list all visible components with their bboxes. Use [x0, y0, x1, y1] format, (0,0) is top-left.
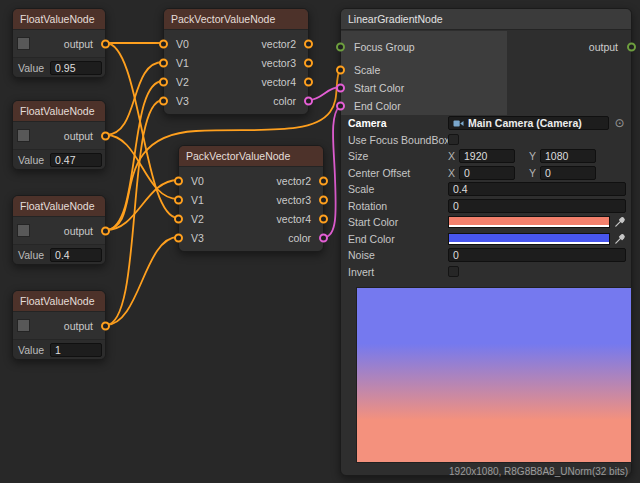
output-port-row: output: [541, 39, 631, 55]
preview-thumb: [17, 129, 30, 142]
start-color-port-label: Start Color: [354, 82, 404, 94]
output-port[interactable]: [627, 43, 636, 52]
invert-checkbox[interactable]: [448, 266, 459, 277]
start-color-input-port[interactable]: [336, 84, 345, 93]
node-header[interactable]: FloatValueNode: [13, 101, 105, 122]
input-port-v1[interactable]: [159, 58, 168, 67]
value-label: Value: [18, 154, 44, 166]
use-focus-label: Use Focus BoundBox: [348, 134, 448, 146]
input-port-label: V2: [176, 76, 189, 88]
input-port-label: V0: [176, 38, 189, 50]
input-port-v0[interactable]: [159, 39, 168, 48]
start-color-row: Start Color: [341, 214, 631, 231]
invert-label: Invert: [348, 266, 448, 278]
node-title: FloatValueNode: [20, 200, 95, 212]
node-header[interactable]: FloatValueNode: [13, 9, 105, 30]
output-port[interactable]: [101, 321, 110, 330]
input-port-label: V1: [191, 194, 204, 206]
size-y-field[interactable]: 1080: [540, 149, 596, 163]
pack-vector-value-node-1[interactable]: PackVectorValueNode V0 vector2 V1 vector…: [163, 8, 309, 115]
output-port-vector4[interactable]: [304, 77, 313, 86]
output-port[interactable]: [101, 131, 110, 140]
end-color-swatch[interactable]: [448, 233, 610, 245]
size-row: Size X 1920 Y 1080: [341, 148, 631, 165]
node-header[interactable]: PackVectorValueNode: [164, 9, 308, 30]
center-y-field[interactable]: 0: [540, 166, 596, 180]
scale-field[interactable]: 0.4: [448, 182, 626, 196]
value-field[interactable]: 0.47: [50, 153, 102, 167]
wire-float4-to-pack2-v3[interactable]: [106, 237, 178, 325]
start-color-label: Start Color: [348, 216, 448, 228]
output-port-color[interactable]: [304, 96, 313, 105]
focus-group-port[interactable]: [336, 43, 345, 52]
camera-object-field[interactable]: Main Camera (Camera): [448, 116, 609, 130]
pack-vector-value-node-2[interactable]: PackVectorValueNode V0 vector2 V1 vector…: [178, 145, 324, 252]
value-label: Value: [18, 344, 44, 356]
node-header[interactable]: FloatValueNode: [13, 196, 105, 217]
output-port-label: output: [589, 41, 618, 53]
alpha-bar: [449, 242, 609, 244]
start-color-swatch[interactable]: [448, 216, 610, 228]
input-port-label: V2: [191, 213, 204, 225]
output-port-color[interactable]: [319, 233, 328, 242]
value-field[interactable]: 1: [50, 343, 102, 357]
input-port-v1[interactable]: [174, 195, 183, 204]
node-header[interactable]: FloatValueNode: [13, 291, 105, 312]
wire-float3-to-pack1-v2[interactable]: [106, 81, 163, 230]
output-port-vector4[interactable]: [319, 214, 328, 223]
float-value-node-1[interactable]: FloatValueNode output Value 0.95: [12, 8, 106, 78]
wire-float2-to-pack1-v1[interactable]: [106, 62, 163, 135]
output-port-label: vector4: [262, 76, 296, 88]
output-port-label: color: [288, 232, 311, 244]
value-label: Value: [18, 249, 44, 261]
output-port-vector3[interactable]: [319, 195, 328, 204]
size-x-field[interactable]: 1920: [459, 149, 515, 163]
center-x-axis-label: X: [448, 167, 455, 179]
rotation-row: Rotation 0: [341, 198, 631, 215]
wire-float3-to-pack2-v0[interactable]: [106, 180, 178, 230]
float-value-node-4[interactable]: FloatValueNode output Value 1: [12, 290, 106, 360]
float-value-node-2[interactable]: FloatValueNode output Value 0.47: [12, 100, 106, 170]
scale-input-port[interactable]: [336, 66, 345, 75]
wire-float2-to-pack2-v1[interactable]: [106, 135, 178, 199]
preview-caption: 1920x1080, R8G8B8A8_UNorm(32 bits): [449, 466, 628, 477]
rotation-field[interactable]: 0: [448, 199, 626, 213]
input-port-v3[interactable]: [159, 96, 168, 105]
eyedropper-icon[interactable]: [614, 233, 626, 245]
node-body: output: [13, 122, 105, 149]
value-field[interactable]: 0.95: [50, 61, 102, 75]
input-port-v2[interactable]: [174, 214, 183, 223]
input-port-v0[interactable]: [174, 176, 183, 185]
port-row: V3 color: [179, 228, 323, 247]
input-port-label: V1: [176, 57, 189, 69]
input-port-v2[interactable]: [159, 77, 168, 86]
output-port-label: output: [64, 130, 93, 142]
center-x-field[interactable]: 0: [459, 166, 515, 180]
output-port-vector2[interactable]: [304, 39, 313, 48]
port-row: Focus Group: [341, 39, 507, 55]
center-offset-label: Center Offset: [348, 167, 448, 179]
output-port[interactable]: [101, 39, 110, 48]
wire-float4-to-pack1-v3[interactable]: [106, 100, 163, 325]
use-focus-checkbox[interactable]: [448, 134, 459, 145]
output-port-label: vector3: [277, 194, 311, 206]
float-value-node-3[interactable]: FloatValueNode output Value 0.4: [12, 195, 106, 265]
end-color-input-port[interactable]: [336, 102, 345, 111]
port-row: V2 vector4: [179, 209, 323, 228]
port-row: V0 vector2: [179, 171, 323, 190]
linear-gradient-node[interactable]: LinearGradientNode Focus Group Scale Sta…: [340, 8, 632, 476]
node-header[interactable]: PackVectorValueNode: [179, 146, 323, 167]
node-header[interactable]: LinearGradientNode: [341, 9, 631, 30]
input-port-v3[interactable]: [174, 233, 183, 242]
output-port-label: output: [64, 225, 93, 237]
object-picker-icon[interactable]: ⊙: [613, 117, 626, 130]
output-port[interactable]: [101, 226, 110, 235]
camera-row: Camera Main Camera (Camera) ⊙: [341, 115, 631, 132]
output-port-vector2[interactable]: [319, 176, 328, 185]
end-color-port-label: End Color: [354, 100, 401, 112]
eyedropper-icon[interactable]: [614, 216, 626, 228]
value-field[interactable]: 0.4: [50, 248, 102, 262]
output-port-vector3[interactable]: [304, 58, 313, 67]
noise-field[interactable]: 0: [448, 248, 626, 262]
node-body: output: [13, 217, 105, 244]
